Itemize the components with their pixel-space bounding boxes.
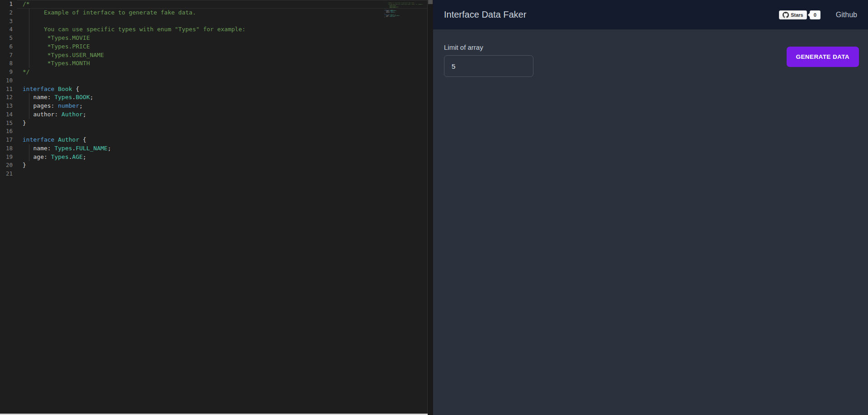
line-number: 15 <box>0 119 13 128</box>
line-number: 6 <box>0 43 13 51</box>
code-line[interactable]: 12 name: Types.BOOK; <box>0 93 427 102</box>
code-line[interactable]: 1/* <box>0 0 427 9</box>
line-number: 17 <box>0 136 13 144</box>
editor-minimap[interactable]: /* Example of interface to generate fake… <box>384 2 427 19</box>
github-star-count[interactable]: 0 <box>810 10 821 19</box>
github-octocat-icon <box>783 12 789 18</box>
line-number: 7 <box>0 51 13 60</box>
line-number: 13 <box>0 102 13 110</box>
code-line[interactable]: 5 *Types.MOVIE <box>0 34 427 43</box>
line-number: 4 <box>0 25 13 34</box>
code-line[interactable]: 4 You can use specific types with enum "… <box>0 25 427 34</box>
line-number: 12 <box>0 93 13 102</box>
line-number: 16 <box>0 127 13 136</box>
line-number: 19 <box>0 153 13 162</box>
line-number: 14 <box>0 110 13 119</box>
limit-field-group: Limit of array <box>444 38 533 77</box>
star-button-label: Stars <box>791 12 803 18</box>
limit-field-label: Limit of array <box>444 43 533 52</box>
github-star-button[interactable]: Stars <box>779 10 807 19</box>
code-line[interactable]: 6 *Types.PRICE <box>0 43 427 51</box>
header-actions: Stars 0 Github <box>779 10 857 19</box>
code-line[interactable]: 21 <box>0 170 427 178</box>
generator-form: Limit of array GENERATE DATA <box>433 29 868 415</box>
line-number: 8 <box>0 59 13 68</box>
line-number: 3 <box>0 17 13 26</box>
code-line[interactable]: 20} <box>0 161 427 170</box>
line-number: 10 <box>0 76 13 85</box>
app-root: 1/*2 Example of interface to generate fa… <box>0 0 868 415</box>
line-number: 21 <box>0 170 13 178</box>
editor-scrollbar-track[interactable] <box>427 0 433 415</box>
code-line[interactable]: 9*/ <box>0 68 427 76</box>
code-line[interactable]: 16 <box>0 127 427 136</box>
editor-scrollbar-slider[interactable] <box>428 0 433 4</box>
line-number: 2 <box>0 9 13 17</box>
line-number: 11 <box>0 85 13 94</box>
code-line[interactable]: 17interface Author { <box>0 136 427 144</box>
count-bubble-notch <box>808 13 811 17</box>
code-editor[interactable]: 1/*2 Example of interface to generate fa… <box>0 0 427 415</box>
line-number: 18 <box>0 144 13 153</box>
code-editor-pane: 1/*2 Example of interface to generate fa… <box>0 0 433 415</box>
code-line[interactable]: 15} <box>0 119 427 128</box>
limit-input[interactable] <box>444 55 533 77</box>
line-number: 20 <box>0 161 13 170</box>
code-line[interactable]: 14 author: Author; <box>0 110 427 119</box>
line-number: 9 <box>0 68 13 76</box>
page-title: Interface Data Faker <box>444 10 526 20</box>
generate-data-button[interactable]: GENERATE DATA <box>787 47 859 67</box>
star-count-value: 0 <box>814 12 816 18</box>
github-link[interactable]: Github <box>836 11 857 19</box>
code-line[interactable]: 10 <box>0 76 427 85</box>
side-panel: Interface Data Faker Stars 0 Github Limi <box>433 0 868 415</box>
code-line[interactable]: 7 *Types.USER_NAME <box>0 51 427 60</box>
app-header: Interface Data Faker Stars 0 Github <box>433 0 868 29</box>
line-number: 1 <box>0 0 13 9</box>
code-line[interactable]: 19 age: Types.AGE; <box>0 153 427 162</box>
line-number: 5 <box>0 34 13 43</box>
code-line[interactable]: 13 pages: number; <box>0 102 427 110</box>
code-line[interactable]: 8 *Types.MONTH <box>0 59 427 68</box>
github-stars-widget: Stars 0 <box>779 10 821 19</box>
code-line[interactable]: 2 Example of interface to generate fake … <box>0 9 427 17</box>
code-line[interactable]: 11interface Book { <box>0 85 427 94</box>
code-line[interactable]: 18 name: Types.FULL_NAME; <box>0 144 427 153</box>
code-line[interactable]: 3 <box>0 17 427 26</box>
